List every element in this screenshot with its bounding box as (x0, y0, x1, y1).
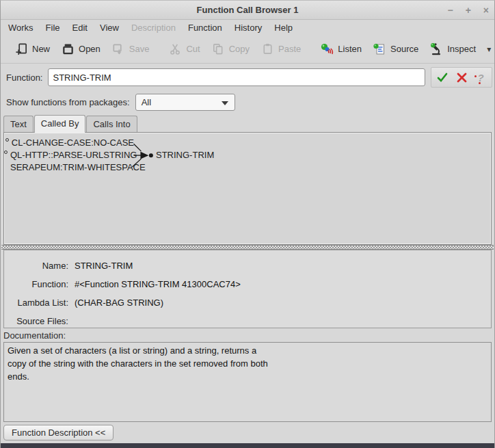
menu-history[interactable]: History (228, 21, 268, 34)
confirm-button[interactable] (434, 69, 451, 85)
listen-button-label: Listen (338, 44, 362, 54)
source-button[interactable]: Source (367, 40, 424, 59)
maximize-button[interactable]: + (466, 5, 471, 15)
scissors-icon (168, 42, 182, 56)
cut-button[interactable]: Cut (163, 40, 205, 59)
function-input[interactable] (48, 68, 425, 86)
paste-button[interactable]: Paste (255, 40, 306, 59)
close-button[interactable]: × (483, 5, 489, 15)
save-icon (111, 42, 125, 56)
detail-row-name: Name: STRING-TRIM (11, 256, 484, 275)
caller-label: QL-HTTP::PARSE-URLSTRING (10, 150, 137, 160)
save-button-label: Save (129, 44, 150, 54)
source-files-label: Source Files: (11, 316, 68, 326)
new-document-icon (14, 42, 28, 56)
menu-works[interactable]: Works (2, 21, 40, 34)
title-bar: Function Call Browser 1 − + × (1, 1, 494, 20)
new-button[interactable]: New (9, 40, 55, 59)
menu-function[interactable]: Function (182, 21, 228, 34)
new-button-label: New (32, 44, 50, 54)
expand-node-icon[interactable] (4, 150, 8, 154)
expand-node-icon[interactable] (5, 138, 9, 142)
copy-button-label: Copy (229, 44, 250, 54)
copy-button[interactable]: Copy (206, 40, 255, 59)
caller-list: CL-CHANGE-CASE:NO-CASE QL-HTTP::PARSE-UR… (4, 137, 134, 174)
toolbar-overflow-chevron-down-icon[interactable]: ▾ (481, 44, 495, 54)
paste-button-label: Paste (278, 44, 301, 54)
name-value: STRING-TRIM (75, 261, 484, 271)
function-label: Function: (6, 73, 42, 83)
inspect-button[interactable]: Inspect (424, 40, 481, 59)
listener-icon (320, 42, 334, 56)
documentation-label-row: Documentation: (1, 328, 494, 342)
source-button-label: Source (390, 44, 418, 54)
caller-label: SERAPEUM:TRIM-WHITESPACE (10, 162, 146, 172)
detail-row-function: Function: #<Function STRING-TRIM 41300CA… (11, 275, 484, 293)
chevron-down-icon (222, 101, 228, 105)
help-button[interactable]: ? (472, 69, 489, 85)
function-object-value: #<Function STRING-TRIM 41300CAC74> (75, 279, 484, 289)
function-action-group: ? (431, 67, 492, 88)
listen-button[interactable]: Listen (315, 40, 367, 59)
function-bar: Function: ? (1, 64, 494, 91)
red-cross-icon (457, 73, 467, 83)
toolbar: New Open Save (1, 35, 494, 64)
graph-node-target[interactable]: STRING-TRIM (156, 149, 214, 161)
documentation-label: Documentation: (3, 330, 66, 341)
paste-icon (260, 42, 274, 56)
packages-dropdown[interactable]: All (135, 94, 235, 111)
graph-node-caller[interactable]: CL-CHANGE-CASE:NO-CASE (4, 137, 134, 149)
green-check-icon (437, 73, 448, 82)
menu-bar: Works File Edit View Description Functio… (1, 20, 494, 35)
menu-edit[interactable]: Edit (66, 21, 94, 34)
inspect-microscope-icon (429, 42, 443, 56)
tab-calls-into[interactable]: Calls Into (86, 116, 137, 132)
open-icon (61, 42, 75, 56)
call-graph-panel: CL-CHANGE-CASE:NO-CASE QL-HTTP::PARSE-UR… (3, 132, 492, 245)
inspect-button-label: Inspect (447, 44, 476, 54)
function-details-pane: Name: STRING-TRIM Function: #<Function S… (3, 250, 492, 328)
window-title: Function Call Browser 1 (197, 5, 299, 15)
lambda-list-label: Lambda List: (11, 298, 68, 308)
source-icon (373, 42, 386, 56)
function-object-label: Function: (11, 279, 68, 289)
window-bottom-edge (1, 443, 494, 448)
detail-row-source-files: Source Files: (11, 312, 484, 330)
save-button[interactable]: Save (106, 40, 155, 59)
cut-button-label: Cut (186, 44, 200, 54)
name-label: Name: (11, 261, 68, 271)
packages-label: Show functions from packages: (6, 97, 130, 107)
cancel-button[interactable] (453, 69, 470, 85)
menu-help[interactable]: Help (268, 21, 299, 34)
function-description-toggle-button[interactable]: Function Description << (3, 425, 113, 440)
minimize-button[interactable]: − (447, 5, 453, 15)
menu-file[interactable]: File (40, 21, 66, 34)
tab-text[interactable]: Text (3, 116, 34, 132)
open-button[interactable]: Open (55, 40, 106, 59)
open-button-label: Open (79, 44, 101, 54)
window-controls: − + × (447, 1, 489, 19)
menu-view[interactable]: View (94, 21, 125, 34)
help-question-icon: ? (477, 72, 483, 83)
graph-node-caller[interactable]: QL-HTTP::PARSE-URLSTRING (4, 149, 134, 161)
pane-splitter-handle[interactable] (1, 245, 494, 250)
menu-description: Description (125, 21, 182, 34)
tab-called-by[interactable]: Called By (34, 115, 86, 133)
copy-icon (211, 42, 225, 56)
caller-label: CL-CHANGE-CASE:NO-CASE (12, 137, 134, 148)
packages-dropdown-value: All (142, 97, 151, 107)
packages-bar: Show functions from packages: All (1, 91, 494, 113)
footer-bar: Function Description << (1, 422, 494, 443)
tab-bar: Text Called By Calls Into (1, 113, 494, 132)
function-call-browser-window: Function Call Browser 1 − + × Works File… (0, 0, 495, 448)
detail-row-lambda-list: Lambda List: (CHAR-BAG STRING) (11, 293, 484, 312)
documentation-text-pane[interactable]: Given a set of characters (a list or str… (3, 342, 492, 422)
graph-node-caller[interactable]: SERAPEUM:TRIM-WHITESPACE (4, 161, 134, 174)
lambda-list-value: (CHAR-BAG STRING) (75, 298, 484, 308)
